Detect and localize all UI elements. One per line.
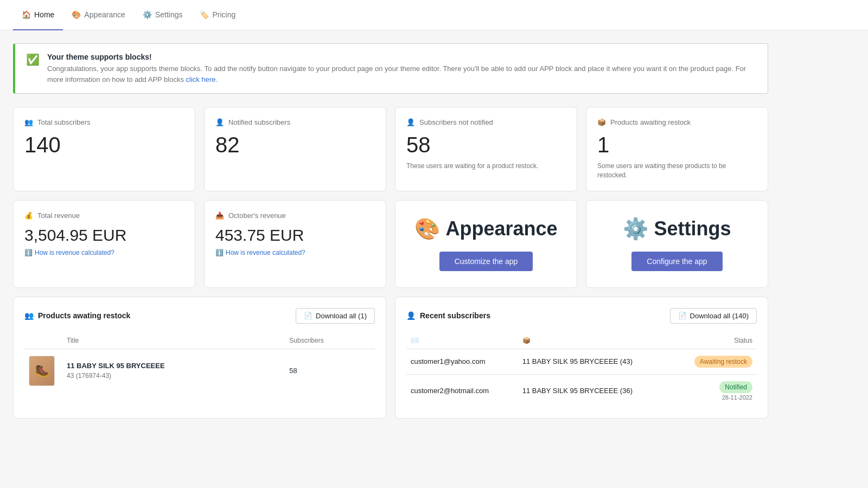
recent-subscribers-section: 👤 Recent subscribers 📄 Download all (140… bbox=[395, 297, 768, 419]
recent-subscribers-title-text: Recent subscribers bbox=[420, 311, 490, 320]
october-revenue-link-row: ℹ️ How is revenue calculated? bbox=[215, 249, 375, 256]
total-subscribers-header: 👥 Total subscribers bbox=[24, 118, 184, 126]
product-subscribers-count: 58 bbox=[289, 367, 297, 375]
total-revenue-label: Total revenue bbox=[37, 211, 80, 220]
awaiting-restock-card: 📦 Products awaiting restock 1 Some users… bbox=[586, 107, 768, 191]
home-icon: 🏠 bbox=[22, 10, 31, 19]
october-revenue-value: 453.75 EUR bbox=[215, 226, 375, 245]
navigation: 🏠 Home 🎨 Appearance ⚙️ Settings 🏷️ Prici… bbox=[0, 0, 868, 30]
total-revenue-link[interactable]: How is revenue calculated? bbox=[35, 249, 114, 256]
product-title-cell: 11 BABY SILK 95 BRYCEEEE 43 (176974-43) bbox=[62, 349, 285, 393]
settings-feature-card: ⚙️ Settings Configure the app bbox=[586, 200, 768, 288]
appearance-feature-icon: 🎨 bbox=[414, 217, 440, 241]
total-subscribers-card: 👥 Total subscribers 140 bbox=[13, 107, 195, 191]
subscriber-product: 11 BABY SILK 95 BRYCEEEE (36) bbox=[522, 387, 633, 395]
table-row: 🥾 11 BABY SILK 95 BRYCEEEE 43 (176974-43… bbox=[24, 349, 375, 393]
total-subscribers-value: 140 bbox=[24, 133, 184, 157]
awaiting-restock-value: 1 bbox=[597, 133, 757, 157]
status-badge: Notified bbox=[719, 381, 752, 393]
nav-home[interactable]: 🏠 Home bbox=[13, 0, 63, 30]
october-revenue-header: 📥 October's revenue bbox=[215, 211, 375, 220]
subscriber-email: customer1@yahoo.com bbox=[411, 357, 485, 365]
subscriber-product-cell: 11 BABY SILK 95 BRYCEEEE (43) bbox=[518, 349, 671, 374]
alert-link[interactable]: click here bbox=[186, 75, 216, 84]
nav-settings-label: Settings bbox=[155, 10, 183, 19]
stats-cards: 👥 Total subscribers 140 👤 Notified subsc… bbox=[13, 107, 768, 191]
configure-app-button[interactable]: Configure the app bbox=[631, 252, 722, 271]
products-restock-section: 👥 Products awating restock 📄 Download al… bbox=[13, 297, 386, 419]
nav-home-label: Home bbox=[34, 10, 54, 19]
appearance-icon: 🎨 bbox=[72, 10, 81, 19]
download-subscribers-icon: 📄 bbox=[678, 312, 687, 320]
customize-app-button[interactable]: Customize the app bbox=[439, 252, 533, 271]
nav-settings[interactable]: ⚙️ Settings bbox=[134, 0, 192, 30]
subscriber-product-cell: 11 BABY SILK 95 BRYCEEEE (36) bbox=[518, 374, 671, 407]
not-notified-sub: These users are waiting for a product re… bbox=[406, 162, 566, 171]
revenue-feature-cards: 💰 Total revenue 3,504.95 EUR ℹ️ How is r… bbox=[13, 200, 768, 288]
products-table: Title Subscribers 🥾 11 BABY SILK 95 BRYC… bbox=[24, 332, 375, 393]
not-notified-card: 👤 Subscribers not notified 58 These user… bbox=[395, 107, 577, 191]
product-img-placeholder: 🥾 bbox=[29, 356, 54, 386]
subscriber-status-cell: Awaiting restock bbox=[671, 349, 757, 374]
total-revenue-card: 💰 Total revenue 3,504.95 EUR ℹ️ How is r… bbox=[13, 200, 195, 288]
notified-subscribers-icon: 👤 bbox=[215, 118, 224, 126]
settings-feature-title: ⚙️ Settings bbox=[623, 217, 731, 241]
product-sku: 43 (176974-43) bbox=[67, 372, 280, 380]
alert-title: Your theme supports blocks! bbox=[47, 53, 757, 61]
notified-subscribers-label: Notified subscribers bbox=[228, 118, 290, 126]
nav-appearance-label: Appearance bbox=[84, 10, 125, 19]
alert-body: Congratulations, your app supports theme… bbox=[47, 63, 757, 85]
october-revenue-card: 📥 October's revenue 453.75 EUR ℹ️ How is… bbox=[204, 200, 386, 288]
status-badge: Awaiting restock bbox=[694, 356, 752, 368]
subscriber-email-cell: customer2@hotmail.com bbox=[406, 374, 518, 407]
products-restock-title-text: Products awating restock bbox=[38, 311, 130, 320]
table-row: customer2@hotmail.com 11 BABY SILK 95 BR… bbox=[406, 374, 757, 407]
subscriber-email: customer2@hotmail.com bbox=[411, 387, 489, 395]
alert-body-container: Your theme supports blocks! Congratulati… bbox=[47, 53, 757, 85]
subscriber-status-cell: Notified 28-11-2022 bbox=[671, 374, 757, 407]
awaiting-restock-sub: Some users are waiting these products to… bbox=[597, 162, 757, 180]
download-icon: 📄 bbox=[304, 312, 312, 320]
nav-appearance[interactable]: 🎨 Appearance bbox=[63, 0, 134, 30]
product-subscribers-cell: 58 bbox=[285, 349, 375, 393]
product-image-cell: 🥾 bbox=[24, 349, 62, 393]
col-subscribers: Subscribers bbox=[285, 332, 375, 349]
recent-subscribers-title: 👤 Recent subscribers bbox=[406, 311, 490, 320]
total-revenue-header: 💰 Total revenue bbox=[24, 211, 184, 220]
appearance-feature-title: 🎨 Appearance bbox=[414, 217, 557, 241]
total-subscribers-icon: 👥 bbox=[24, 118, 33, 126]
subscriber-email-cell: customer1@yahoo.com bbox=[406, 349, 518, 374]
product-name: 11 BABY SILK 95 BRYCEEEE bbox=[67, 362, 280, 370]
nav-pricing[interactable]: 🏷️ Pricing bbox=[191, 0, 244, 30]
subscriber-product: 11 BABY SILK 95 BRYCEEEE (43) bbox=[522, 357, 633, 365]
pricing-icon: 🏷️ bbox=[200, 10, 209, 19]
settings-feature-title-text: Settings bbox=[654, 217, 731, 240]
subscribers-table: ✉️ 📦 Status customer1@yahoo.com 11 BABY … bbox=[406, 332, 757, 407]
col-email: ✉️ bbox=[406, 332, 518, 349]
col-product: 📦 bbox=[518, 332, 671, 349]
alert-check-icon: ✅ bbox=[26, 53, 40, 66]
notified-subscribers-value: 82 bbox=[215, 133, 375, 157]
not-notified-value: 58 bbox=[406, 133, 566, 157]
awaiting-restock-label: Products awaiting restock bbox=[610, 118, 691, 126]
product-image: 🥾 bbox=[29, 356, 55, 386]
october-revenue-icon: 📥 bbox=[215, 211, 224, 220]
download-all-products-button[interactable]: 📄 Download all (1) bbox=[296, 308, 375, 324]
bottom-tables: 👥 Products awating restock 📄 Download al… bbox=[13, 297, 768, 419]
notified-subscribers-header: 👤 Notified subscribers bbox=[215, 118, 375, 126]
appearance-feature-card: 🎨 Appearance Customize the app bbox=[395, 200, 577, 288]
not-notified-header: 👤 Subscribers not notified bbox=[406, 118, 566, 126]
not-notified-icon: 👤 bbox=[406, 118, 415, 126]
total-revenue-icon: 💰 bbox=[24, 211, 33, 220]
appearance-feature-title-text: Appearance bbox=[445, 217, 557, 240]
settings-icon: ⚙️ bbox=[143, 10, 152, 19]
total-revenue-value: 3,504.95 EUR bbox=[24, 226, 184, 245]
october-revenue-link[interactable]: How is revenue calculated? bbox=[226, 249, 305, 256]
total-revenue-link-row: ℹ️ How is revenue calculated? bbox=[24, 249, 184, 256]
products-restock-title: 👥 Products awating restock bbox=[24, 311, 130, 320]
notified-date: 28-11-2022 bbox=[675, 394, 752, 401]
awaiting-restock-header: 📦 Products awaiting restock bbox=[597, 118, 757, 126]
download-all-subscribers-button[interactable]: 📄 Download all (140) bbox=[670, 308, 757, 324]
col-status: Status bbox=[671, 332, 757, 349]
not-notified-label: Subscribers not notified bbox=[419, 118, 493, 126]
